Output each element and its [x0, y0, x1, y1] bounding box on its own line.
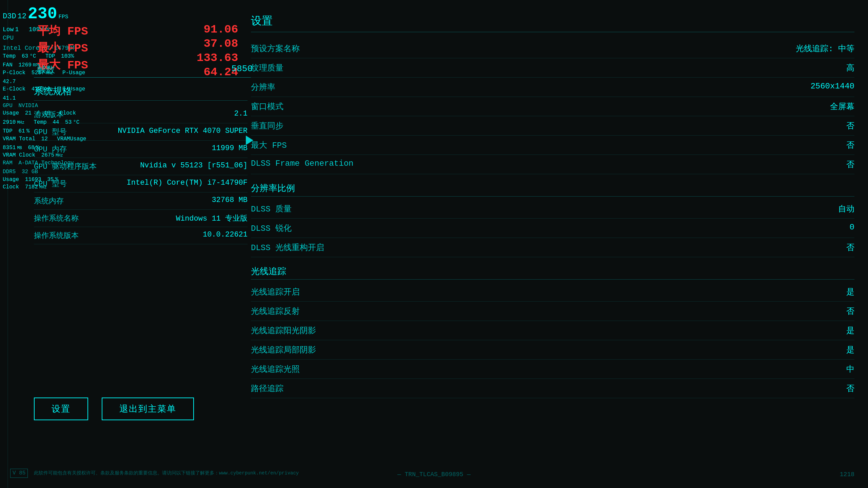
settings-rt-row: 光线追踪开启是	[251, 282, 854, 302]
hud-gpu-label: GPU	[3, 102, 13, 109]
fps-avg-label: 平均 FPS	[37, 23, 88, 39]
settings-rt-label: 光线追踪阳光阴影	[251, 325, 316, 336]
frame-count-row: 帧数 5850	[37, 64, 253, 76]
settings-row-value: 868x488	[810, 82, 854, 93]
frame-count-value: 5850	[232, 64, 253, 76]
settings-rt-value: 否	[846, 383, 854, 394]
exit-button[interactable]: 退出到主菜单	[102, 398, 194, 420]
hud-cpu-label: CPU	[3, 34, 14, 42]
hud-vram-usage-label: VRAMUsage	[57, 135, 86, 143]
hud-gpu-clock-val: 2910	[3, 119, 16, 126]
hud-ram-usage-label: Usage	[3, 176, 19, 183]
settings-row-label: 垂直同步	[251, 120, 283, 131]
hud-eclock-val: 4190	[32, 85, 44, 93]
hud-eclock-label: E-Clock	[3, 85, 25, 93]
settings-panel: 设置 预设方案名称光线追踪: 中等纹理质量高分辨率2560x1440窗口模式全屏…	[251, 14, 854, 474]
settings-rt-row: 光线追踪反射否	[251, 302, 854, 321]
hud-pclock-label: P-Clock	[3, 69, 25, 77]
specs-row-label: 系统内存	[34, 196, 64, 206]
specs-row-value: NVIDIA GeForce RTX 4070 SUPER	[118, 127, 248, 137]
settings-ratio-label: DLSS 质量	[251, 203, 292, 214]
cursor-indicator	[246, 136, 253, 145]
settings-ratio-value: 否	[846, 242, 854, 253]
hud-temp-val: 63	[22, 53, 28, 60]
hud-ram-clock-label: Clock	[3, 183, 19, 191]
settings-rt-value: 是	[846, 286, 854, 297]
hud-d3d-label: D3D	[3, 12, 16, 22]
ratio-section-header: 分辨率比例	[251, 182, 854, 197]
settings-rt-label: 光线追踪反射	[251, 306, 300, 317]
hud-eusage-val: 41.1	[3, 95, 16, 102]
version-badge: V 85	[10, 469, 28, 478]
settings-ratio-label: DLSS 锐化	[251, 223, 292, 233]
hud-ram-size: 32 GB	[22, 168, 38, 176]
hud-ram-type: DDR5	[3, 168, 16, 176]
bottom-center-text: — TRN_TLCAS_B09895 —	[397, 471, 471, 478]
settings-ratio-value: 自动	[838, 203, 854, 214]
hud-vram-usage-val: 8351	[3, 144, 16, 151]
bottom-logo: 1218	[840, 471, 854, 478]
settings-rt-value: 否	[846, 306, 854, 317]
settings-row-label: 预设方案名称	[251, 43, 300, 54]
settings-ratio-label: DLSS 光线重构开启	[251, 242, 324, 253]
hud-gpu-usage-max: 10	[44, 109, 51, 117]
hud-gpu-temp-label: Temp	[34, 119, 46, 126]
version-info: V 85 此软件可能包含有关授权许可、条款及服务条款的重要信息。请访问以下链接了…	[10, 469, 299, 478]
settings-rt-value: 是	[846, 325, 854, 336]
hud-ram-label: RAM	[3, 159, 13, 167]
hud-gpu-temp1: 44	[53, 119, 59, 126]
settings-row: 分辨率2560x1440	[251, 78, 854, 97]
settings-row: 窗口模式全屏幕	[251, 97, 854, 116]
hud-eusage-label: E-Usage	[62, 85, 85, 93]
hud-vram-usage-unit: MB	[17, 145, 22, 151]
settings-panel-title: 设置	[251, 14, 854, 32]
specs-row-label: 操作系统名称	[34, 213, 79, 223]
settings-rt-label: 路径追踪	[251, 383, 283, 394]
specs-row-value: Nvidia v 55123 [r551_06]	[140, 161, 248, 171]
specs-row: 操作系统版本10.0.22621	[34, 227, 248, 244]
settings-row: 预设方案名称光线追踪: 中等	[251, 39, 854, 58]
settings-row-label: DLSS Frame Generation	[251, 159, 353, 170]
hud-gpu-tdp-unit: %	[26, 127, 30, 135]
hud-vram-clock-unit: MHz	[56, 153, 63, 159]
settings-ratio-rows: DLSS 质量自动DLSS 锐化0DLSS 光线重构开启否	[251, 199, 854, 257]
settings-row-value: 否	[846, 120, 854, 131]
settings-rt-label: 光线追踪局部阴影	[251, 344, 316, 355]
settings-raytracing-rows: 光线追踪开启是光线追踪反射否光线追踪阳光阴影是光线追踪局部阴影是光线追踪光照中路…	[251, 282, 854, 398]
hud-pusage-val: 42.7	[3, 78, 16, 85]
settings-main-rows: 预设方案名称光线追踪: 中等纹理质量高分辨率2560x1440窗口模式全屏幕垂直…	[251, 39, 854, 174]
settings-rt-row: 光线追踪阳光阴影是	[251, 321, 854, 340]
settings-rt-value: 是	[846, 344, 854, 355]
specs-row-value: 2.1	[234, 109, 248, 120]
settings-row: 垂直同步否	[251, 116, 854, 136]
hud-temp-unit: °C	[29, 53, 36, 60]
hud-ram-usage-val: 11693	[25, 176, 41, 183]
specs-row-value: Intel(R) Core(TM) i7-14790F	[127, 179, 248, 189]
hud-ram-brand: A-DATA Technology	[18, 159, 74, 167]
settings-row-value: 全屏幕	[830, 101, 854, 112]
hud-fan-val: 1269	[18, 61, 31, 69]
specs-row: 系统内存32768 MB	[34, 192, 248, 210]
hud-temp-label: Temp	[3, 53, 16, 60]
hud-vram-usage-pct: 68	[28, 144, 34, 151]
hud-vram-total-val: 12	[41, 135, 48, 143]
hud-fps-current: 230	[28, 3, 57, 25]
hud-fps-unit: FPS	[58, 13, 68, 21]
settings-row-value: 否	[846, 140, 854, 150]
hud-d3d-version: 12	[18, 12, 26, 22]
hud-gpu-usage-label: Usage	[3, 109, 19, 117]
hud-vram-clock-val: 2675	[41, 151, 54, 159]
hud-vram-total-label: VRAM Total	[3, 135, 35, 143]
buttons-section: 设置 退出到主菜单	[34, 398, 194, 420]
hud-gpu-clock-unit: MHz	[17, 120, 24, 126]
settings-rt-label: 光线追踪光照	[251, 364, 300, 374]
settings-ratio-value: 0	[850, 223, 854, 233]
settings-rt-label: 光线追踪开启	[251, 286, 300, 297]
settings-button[interactable]: 设置	[34, 398, 88, 420]
settings-rt-row: 光线追踪局部阴影是	[251, 340, 854, 360]
version-text: 此软件可能包含有关授权许可、条款及服务条款的重要信息。请访问以下链接了解更多：w…	[34, 470, 299, 476]
settings-row-value: 光线追踪: 中等	[796, 43, 854, 54]
settings-rt-row: 光线追踪光照中	[251, 360, 854, 379]
settings-rt-value: 中	[846, 364, 854, 374]
hud-vram-clock-label: VRAM Clock	[3, 151, 35, 159]
